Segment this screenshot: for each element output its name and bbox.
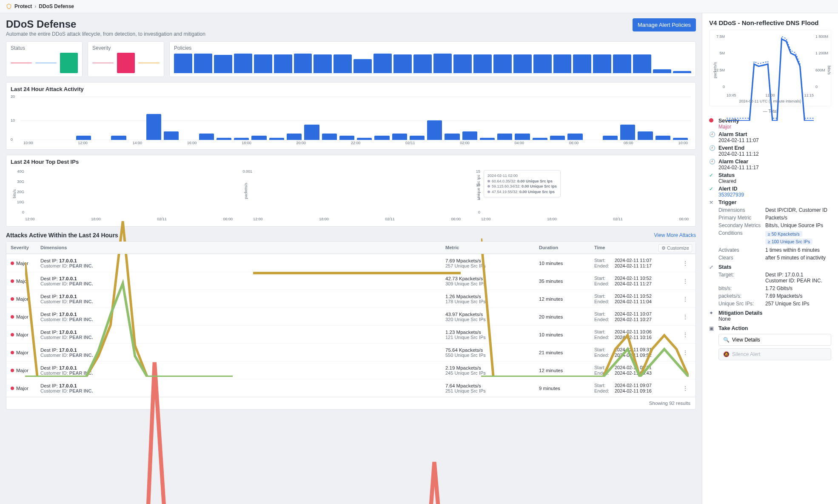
severity-spark-b — [117, 53, 135, 73]
details-sidebar: V4 DDoS - Non-reflective DNS Flood packe… — [702, 13, 838, 504]
policies-panel: Policies — [169, 41, 696, 77]
check-icon: ✓ — [709, 186, 715, 192]
mitigation-value: None — [718, 316, 762, 322]
col-duration[interactable]: Duration — [539, 245, 594, 250]
breadcrumb-section[interactable]: Protect — [14, 3, 32, 9]
activity-title: Last 24 Hour Attack Activity — [11, 86, 691, 92]
page-title: DDoS Defense — [6, 18, 205, 30]
alarm-start-value: 2024-02-11 11:07 — [718, 137, 759, 143]
stats-icon: ⤢ — [709, 264, 715, 270]
condition-pill: ≥ 50 Kpackets/s — [765, 231, 802, 237]
severity-panel: Severity — [88, 41, 164, 77]
alarm-clear-value: 2024-02-11 11:17 — [718, 165, 759, 171]
policies-sparkline — [174, 53, 691, 73]
col-metric[interactable]: Metric — [445, 245, 539, 250]
policies-label: Policies — [174, 45, 691, 51]
trigger-icon: ⤧ — [709, 199, 715, 205]
clock-icon: 🕘 — [709, 145, 715, 151]
page-subtitle: Automate the entire DDoS attack lifecycl… — [6, 31, 205, 37]
sidebar-chart: packets/s bits/s 7.5M5M2.5M0 1 800M1 200… — [709, 30, 831, 106]
status-label: Status — [11, 45, 78, 51]
topdest-title: Last 24 Hour Top Dest IPs — [11, 159, 691, 165]
clock-icon: 🕘 — [709, 131, 715, 137]
manage-alert-policies-button[interactable]: Manage Alert Policies — [633, 18, 696, 31]
row-menu-icon[interactable]: ⋮ — [679, 385, 691, 391]
trigger-details: DimensionsDest IP/CIDR, Customer ID Prim… — [718, 207, 831, 261]
topdest-unique-chart: Unique Src Ips 151050 2024-02-11 02:00 6… — [467, 168, 691, 223]
chevron-right-icon: › — [34, 3, 36, 9]
breadcrumb-page[interactable]: DDoS Defense — [39, 3, 74, 9]
severity-dot-icon — [709, 118, 715, 124]
table-row[interactable]: MajorDest IP: 17.0.0.1Customer ID: PEAR … — [6, 379, 695, 397]
alert-id-link[interactable]: 353927939 — [718, 192, 744, 198]
activity-chart — [23, 97, 688, 140]
shield-icon — [6, 3, 12, 9]
table-head: Severity Dimensions Metric Duration Time… — [6, 242, 695, 254]
status-spark-b — [35, 63, 57, 63]
status-panel: Status — [6, 41, 83, 77]
status-spark-a — [11, 63, 32, 63]
severity-spark-a — [92, 63, 114, 63]
topdest-packets-chart: packets/s 0.001 12:0018:0002/1106:00 — [239, 168, 463, 223]
col-severity[interactable]: Severity — [11, 245, 40, 250]
breadcrumb: Protect › DDoS Defense — [0, 0, 838, 13]
clock-icon: 🕘 — [709, 159, 715, 165]
silence-alert-button[interactable]: 🔕 Silence Alert — [718, 348, 831, 360]
mitigation-icon: ✦ — [709, 310, 715, 316]
severity-label: Severity — [92, 45, 160, 51]
sidebar-title: V4 DDoS - Non-reflective DNS Flood — [709, 19, 831, 26]
table-footer: Showing 92 results — [6, 397, 695, 409]
status-spark-c — [60, 53, 78, 73]
sidebar-xlabel: 2024-02-11 UTC (1 minute intervals) — [710, 99, 831, 103]
topdest-bits-chart: bits/s 40G30G20G10G0 12:0018:0002/1106:0… — [11, 168, 235, 223]
condition-pill: ≥ 100 Unique Src IPs — [765, 239, 812, 245]
customize-button[interactable]: ⚙ Customize — [658, 244, 692, 252]
activity-xaxis: 10:0012:0014:0016:0018:0020:0022:0002/11… — [23, 141, 688, 146]
check-icon: ✓ — [709, 172, 715, 178]
severity-value: Major — [718, 124, 739, 130]
severity-spark-c — [138, 63, 160, 63]
event-end-value: 2024-02-11 11:12 — [718, 151, 759, 157]
view-details-button[interactable]: 🔍 View Details — [718, 334, 831, 346]
topdest-panel: Last 24 Hour Top Dest IPs bits/s 40G30G2… — [6, 155, 696, 227]
activity-panel: Last 24 Hour Attack Activity 20 10 0 10:… — [6, 82, 696, 150]
status-value: Cleared — [718, 178, 736, 184]
col-dimensions[interactable]: Dimensions — [40, 245, 445, 250]
stats-details: Target: Dest IP: 17.0.0.1Customer ID: PE… — [718, 272, 831, 307]
action-icon: ▣ — [709, 325, 715, 331]
